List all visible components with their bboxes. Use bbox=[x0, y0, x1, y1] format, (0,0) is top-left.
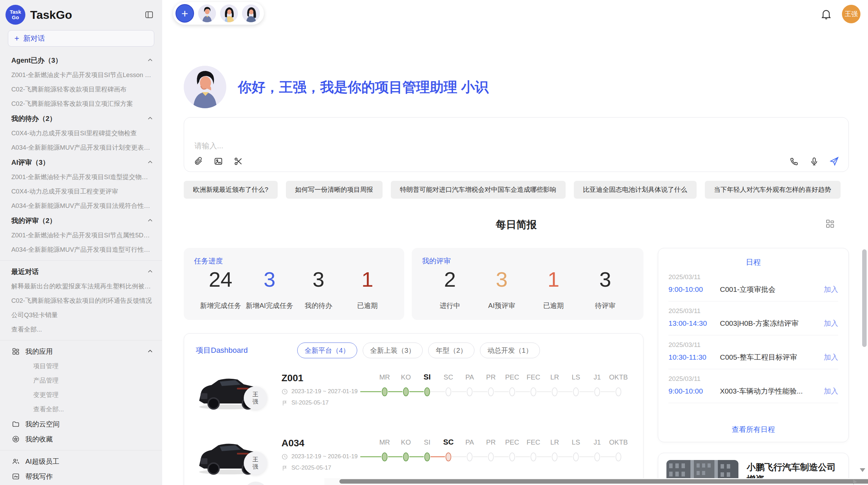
stat-item: 3 AI预评审 bbox=[476, 266, 528, 311]
vertical-scrollbar-thumb[interactable] bbox=[862, 249, 867, 347]
milestone-label-ko: KO bbox=[395, 372, 417, 382]
my-review-items: 2 进行中 3 AI预评审 1 已逾期 bbox=[422, 266, 633, 311]
view-all-schedule-link[interactable]: 查看所有日程 bbox=[668, 421, 838, 435]
sidebar-item-favorites[interactable]: 我的收藏 bbox=[0, 432, 162, 447]
favorites-label: 我的收藏 bbox=[25, 435, 53, 444]
suggestion-chip[interactable]: 欧洲新规最近颁布了什么? bbox=[184, 181, 278, 199]
briefing-body: 任务进度 24 新增完成任务 3 新增AI完成任务 3 bbox=[184, 248, 849, 485]
sidebar-item-cloud-space[interactable]: 我的云空间 bbox=[0, 416, 162, 432]
suggestion-chips: 欧洲新规最近颁布了什么? 如何写一份清晰的项目周报 特朗普可能对进口汽车增税会对… bbox=[184, 181, 849, 199]
list-item[interactable]: 解释最新出台的欧盟报废车法规再生塑料比例被调至15%... bbox=[0, 279, 162, 294]
milestone-dot-sc bbox=[438, 449, 459, 464]
section-recent-chats[interactable]: 最近对话 bbox=[0, 264, 162, 279]
ai-staff-label: AI超级员工 bbox=[25, 457, 59, 466]
my-review-title: 我的评审 bbox=[422, 256, 633, 266]
list-item[interactable]: Z001-全新燃油皮卡产品开发项目SI节点Lesson Learn报告 bbox=[0, 68, 162, 82]
image-icon[interactable] bbox=[213, 156, 224, 167]
list-item[interactable]: Z001-全新燃油轻卡产品开发项目SI节点属性5D文件评审 bbox=[0, 228, 162, 242]
owner-name: 王强 bbox=[252, 391, 259, 406]
project-owner-badge: 王强 bbox=[244, 451, 267, 475]
schedule-time: 9:00-10:00 bbox=[668, 387, 720, 395]
schedule-name: C003|H0B-方案冻结评审 bbox=[720, 319, 824, 328]
sidebar-item-my-apps[interactable]: 我的应用 bbox=[0, 344, 162, 359]
schedule-date: 2025/03/11 bbox=[668, 341, 838, 349]
list-item[interactable]: C02-飞腾新能源轻客改款项目里程碑画布 bbox=[0, 82, 162, 97]
scroll-down-arrow-icon[interactable] bbox=[860, 468, 865, 472]
suggestion-chip[interactable]: 当下年轻人对汽车外观有怎样的喜好趋势 bbox=[705, 181, 841, 199]
milestone-dot-si bbox=[417, 449, 438, 464]
scissors-icon[interactable] bbox=[233, 156, 244, 167]
sidebar-item-ai-staff[interactable]: AI超级员工 bbox=[0, 454, 162, 469]
milestone-dot-fec bbox=[523, 384, 544, 399]
microphone-icon[interactable] bbox=[809, 156, 820, 167]
join-link[interactable]: 加入 bbox=[824, 285, 838, 294]
dashboard-title: 项目Dashboard bbox=[196, 345, 248, 356]
suggestion-chip[interactable]: 比亚迪全固态电池计划具体说了什么 bbox=[574, 181, 697, 199]
join-link[interactable]: 加入 bbox=[824, 319, 838, 328]
scroll-right-arrow-icon[interactable] bbox=[853, 480, 857, 484]
list-item[interactable]: A034-全新新能源MUV产品开发项目计划变更表编写 bbox=[0, 140, 162, 155]
section-my-todo[interactable]: 我的待办（2） bbox=[0, 111, 162, 126]
member-avatar-3[interactable] bbox=[242, 4, 260, 22]
milestone-dot-j1 bbox=[587, 384, 608, 399]
milestone-label-sc: SC bbox=[438, 437, 459, 447]
milestone-timeline: MRKOSISCPAPRPECFECLRLSJ1OKTB bbox=[374, 434, 631, 464]
date-range: 2023-12-19 ~ 2027-01-19 bbox=[291, 388, 358, 395]
filter-new-body[interactable]: 全新上装（3） bbox=[363, 343, 423, 358]
section-ai-review[interactable]: AI评审（3） bbox=[0, 155, 162, 170]
list-item[interactable]: A034-全新新能源MUV产品开发项目法规符合性评审 bbox=[0, 199, 162, 213]
sidebar: Task Go TaskGo + 新对话 Agent已办（3） Z001-全新燃… bbox=[0, 0, 162, 485]
view-all-apps[interactable]: 查看全部... bbox=[0, 402, 162, 416]
app-logo: Task Go bbox=[5, 5, 25, 25]
filter-powertrain[interactable]: 动总开发（1） bbox=[480, 343, 540, 358]
milestone-dot-pec bbox=[502, 449, 523, 464]
composer-input[interactable]: 请输入... bbox=[193, 123, 840, 156]
app-item-change-mgmt[interactable]: 变更管理 bbox=[0, 388, 162, 402]
app-item-product-mgmt[interactable]: 产品管理 bbox=[0, 373, 162, 388]
sidebar-header: Task Go TaskGo bbox=[0, 0, 162, 27]
list-item[interactable]: C0X4-动力总成开发项目工程变更评审 bbox=[0, 184, 162, 199]
list-item[interactable]: Z001-全新燃油轻卡产品开发项目SI造型提交物评审 bbox=[0, 170, 162, 184]
greeting-block: 你好，王强，我是你的项目管理助理 小识 bbox=[184, 66, 849, 108]
filter-year-model[interactable]: 年型（2） bbox=[428, 343, 474, 358]
plus-icon: + bbox=[14, 34, 19, 42]
app-item-project-mgmt[interactable]: 项目管理 bbox=[0, 359, 162, 373]
section-title: 我的待办（2） bbox=[11, 114, 56, 123]
join-link[interactable]: 加入 bbox=[824, 386, 838, 396]
milestone-label-sc: SC bbox=[438, 372, 459, 382]
list-item[interactable]: C02-飞腾新能源轻客改款项目立项汇报方案 bbox=[0, 97, 162, 111]
project-row[interactable]: 王强 Z001 2023-12-19 ~ 2027-01-19 SI bbox=[196, 369, 631, 420]
member-avatar-2[interactable] bbox=[220, 4, 238, 22]
sidebar-collapse-icon[interactable] bbox=[142, 8, 156, 22]
schedule-date: 2025/03/11 bbox=[668, 375, 838, 383]
people-icon bbox=[12, 457, 20, 465]
suggestion-chip[interactable]: 特朗普可能对进口汽车增税会对中国车企造成哪些影响 bbox=[391, 181, 566, 199]
list-item[interactable]: A034-全新新能源MUV产品开发项目造型可行性评审 bbox=[0, 242, 162, 257]
stat-label: AI预评审 bbox=[488, 301, 515, 311]
join-link[interactable]: 加入 bbox=[824, 352, 838, 362]
notification-bell-icon[interactable] bbox=[820, 8, 832, 20]
milestone-label-ko: KO bbox=[395, 437, 417, 447]
milestone-dot-ko bbox=[395, 384, 417, 399]
layout-grid-icon[interactable] bbox=[825, 219, 835, 230]
list-item[interactable]: C0X4-动力总成开发项目SI里程碑提交物检查 bbox=[0, 126, 162, 140]
phone-icon[interactable] bbox=[789, 156, 800, 167]
section-agent-done[interactable]: Agent已办（3） bbox=[0, 53, 162, 68]
chat-composer[interactable]: 请输入... bbox=[184, 117, 849, 172]
section-my-review[interactable]: 我的评审（2） bbox=[0, 213, 162, 228]
view-all-chats[interactable]: 查看全部... bbox=[0, 322, 162, 337]
list-item[interactable]: 公司Q3轻卡销量 bbox=[0, 308, 162, 322]
new-chat-button[interactable]: + 新对话 bbox=[8, 30, 154, 47]
filter-all-new-platform[interactable]: 全新平台（4） bbox=[297, 343, 357, 358]
sidebar-item-help-write[interactable]: 帮我写作 bbox=[0, 469, 162, 484]
project-row[interactable]: 王强 A034 2023-12-19 ~ 2026-01-19 SC bbox=[196, 434, 631, 485]
send-icon[interactable] bbox=[829, 156, 840, 167]
attachment-icon[interactable] bbox=[193, 156, 204, 167]
add-member-button[interactable]: + bbox=[176, 4, 194, 23]
suggestion-chip[interactable]: 如何写一份清晰的项目周报 bbox=[286, 181, 383, 199]
user-avatar[interactable]: 王强 bbox=[842, 5, 860, 23]
horizontal-scrollbar-thumb[interactable] bbox=[339, 479, 868, 484]
list-item[interactable]: C02-飞腾新能源轻客改款项目的闭环通告反馈情况 bbox=[0, 294, 162, 308]
topbar: + 王强 bbox=[162, 0, 868, 24]
member-avatar-1[interactable] bbox=[198, 4, 216, 22]
